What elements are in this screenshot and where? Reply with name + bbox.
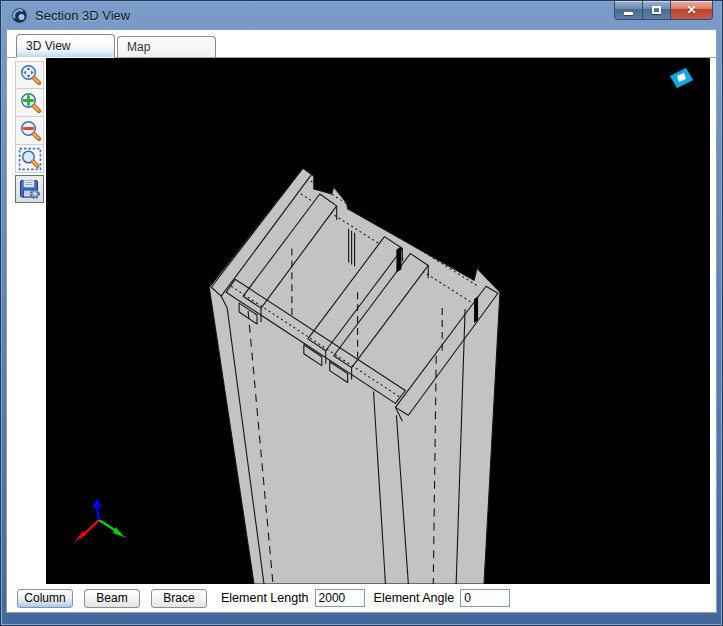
- tab-map[interactable]: Map: [117, 36, 216, 57]
- tab-3d-view[interactable]: 3D View: [16, 34, 115, 58]
- element-angle-input[interactable]: [460, 589, 510, 607]
- z-axis-arrow: [92, 499, 102, 508]
- zoom-window-button[interactable]: [15, 145, 44, 173]
- beam-button[interactable]: Beam: [84, 589, 140, 608]
- tab-page-3d-view: [7, 58, 716, 584]
- element-length-label: Element Length: [221, 591, 309, 605]
- view-toolbar: [7, 58, 46, 584]
- zoom-window-icon: [18, 147, 42, 171]
- footer-bar: Column Beam Brace Element Length Element…: [7, 584, 716, 612]
- tab-strip: 3D View Map: [7, 30, 716, 58]
- section-3d-model: [46, 58, 710, 584]
- maximize-icon: [652, 6, 661, 14]
- zoom-dynamic-button[interactable]: [15, 61, 44, 89]
- maximize-button[interactable]: [643, 1, 670, 20]
- app-window: Section 3D View ✕ 3D View Map: [0, 0, 723, 626]
- window-title: Section 3D View: [35, 8, 130, 23]
- minimize-button[interactable]: [614, 1, 643, 20]
- window-controls: ✕: [614, 1, 713, 20]
- title-bar[interactable]: Section 3D View ✕: [1, 1, 722, 29]
- element-angle-label: Element Angle: [374, 591, 455, 605]
- view-orientation-icon: [668, 67, 694, 91]
- brace-button[interactable]: Brace: [151, 589, 207, 608]
- close-button[interactable]: ✕: [670, 1, 713, 20]
- save-icon: [18, 177, 42, 201]
- zoom-dynamic-icon: [18, 63, 42, 87]
- 3d-viewport[interactable]: [46, 58, 710, 584]
- axis-triad-icon: [66, 494, 136, 554]
- element-length-input[interactable]: [315, 589, 365, 607]
- tab-map-label: Map: [127, 40, 150, 54]
- x-axis-arrow: [74, 531, 86, 543]
- window-body: 3D View Map: [6, 29, 717, 613]
- zoom-in-button[interactable]: [15, 89, 44, 117]
- save-view-button[interactable]: [15, 175, 44, 203]
- zoom-in-icon: [18, 91, 42, 115]
- minimize-icon: [624, 12, 633, 15]
- app-icon: [11, 7, 28, 24]
- zoom-out-icon: [18, 119, 42, 143]
- tab-3d-view-label: 3D View: [26, 39, 70, 53]
- close-icon: ✕: [686, 3, 696, 17]
- zoom-out-button[interactable]: [15, 117, 44, 145]
- column-button[interactable]: Column: [17, 589, 73, 608]
